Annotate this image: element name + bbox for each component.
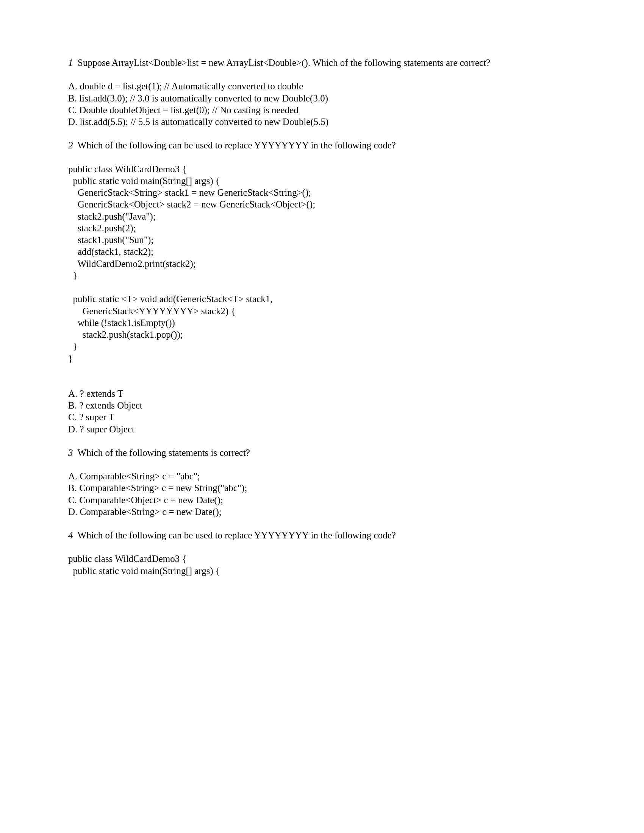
question-text: Which of the following can be used to re… (78, 530, 396, 540)
question-text: Which of the following statements is cor… (78, 447, 250, 458)
option-a: A. ? extends T (68, 388, 576, 399)
question-4-code: public class WildCardDemo3 { public stat… (68, 553, 576, 577)
question-number: 4 (68, 530, 73, 540)
option-b: B. Comparable<String> c = new String("ab… (68, 482, 576, 494)
question-text: Which of the following can be used to re… (78, 140, 396, 150)
question-4: 4 Which of the following can be used to … (68, 529, 576, 541)
option-a: A. Comparable<String> c = "abc"; (68, 470, 576, 482)
option-b: B. ? extends Object (68, 399, 576, 411)
option-c: C. ? super T (68, 411, 576, 423)
question-3-options: A. Comparable<String> c = "abc"; B. Comp… (68, 470, 576, 518)
option-d: D. Comparable<String> c = new Date(); (68, 506, 576, 518)
question-3: 3 Which of the following statements is c… (68, 447, 576, 458)
question-1: 1 Suppose ArrayList<Double>list = new Ar… (68, 57, 576, 69)
option-a: A. double d = list.get(1); // Automatica… (68, 80, 576, 92)
question-2-code: public class WildCardDemo3 { public stat… (68, 163, 576, 364)
question-number: 2 (68, 140, 73, 150)
question-number: 1 (68, 58, 73, 68)
question-number: 3 (68, 447, 73, 458)
question-2: 2 Which of the following can be used to … (68, 139, 576, 151)
option-c: C. Comparable<Object> c = new Date(); (68, 494, 576, 506)
option-c: C. Double doubleObject = list.get(0); //… (68, 104, 576, 116)
option-d: D. ? super Object (68, 423, 576, 435)
question-1-options: A. double d = list.get(1); // Automatica… (68, 80, 576, 128)
option-b: B. list.add(3.0); // 3.0 is automaticall… (68, 92, 576, 104)
question-2-options: A. ? extends T B. ? extends Object C. ? … (68, 388, 576, 435)
option-d: D. list.add(5.5); // 5.5 is automaticall… (68, 116, 576, 128)
question-text: Suppose ArrayList<Double>list = new Arra… (78, 58, 490, 68)
